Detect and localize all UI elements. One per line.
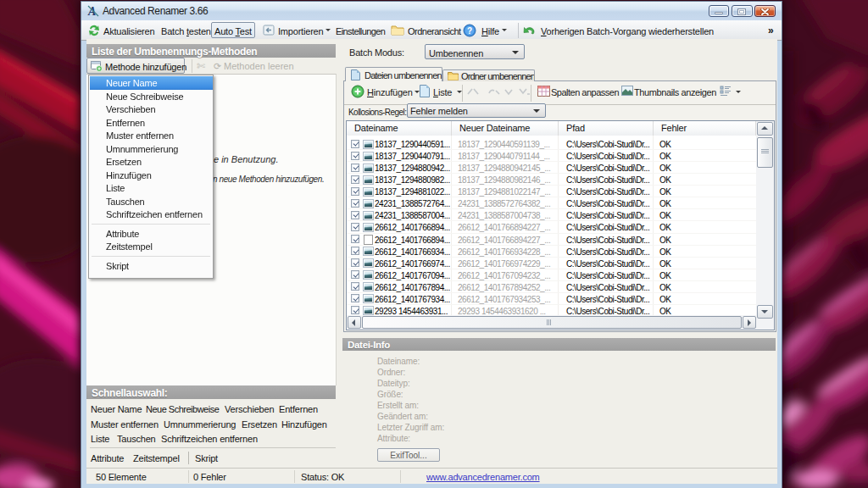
svg-text:?: ? [467,26,472,36]
